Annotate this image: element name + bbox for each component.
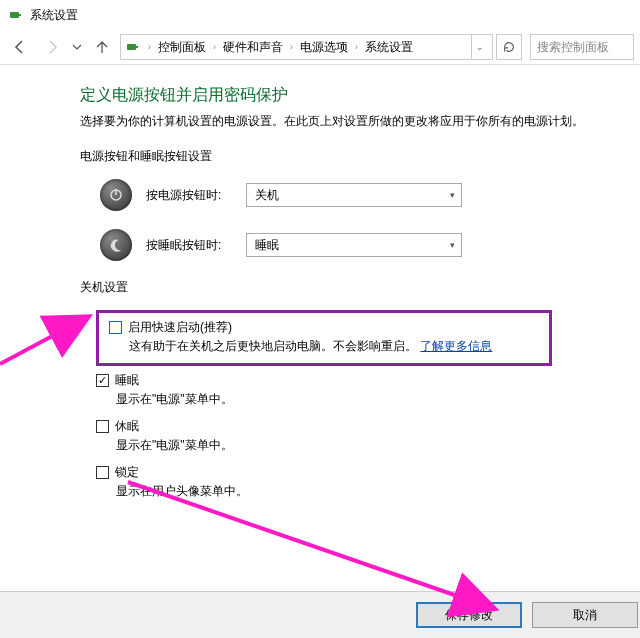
svg-rect-2 <box>127 44 136 50</box>
sleep-icon <box>100 229 132 261</box>
footer-bar: 保存修改 取消 <box>0 591 640 638</box>
cancel-button[interactable]: 取消 <box>532 602 638 628</box>
lock-checkbox[interactable] <box>96 466 109 479</box>
search-input[interactable]: 搜索控制面板 <box>530 34 634 60</box>
title-bar: 系统设置 <box>0 0 640 30</box>
chevron-right-icon: › <box>352 42 361 52</box>
fast-startup-highlight: 启用快速启动(推荐) 这有助于在关机之后更快地启动电脑。不会影响重启。 了解更多… <box>96 310 552 366</box>
battery-icon <box>8 7 24 23</box>
sleep-checkbox[interactable]: ✓ <box>96 374 109 387</box>
back-button[interactable] <box>6 35 34 59</box>
svg-rect-0 <box>10 12 19 18</box>
lock-desc: 显示在用户头像菜单中。 <box>116 483 610 500</box>
sleep-button-label: 按睡眠按钮时: <box>146 237 246 254</box>
breadcrumb-item[interactable]: 硬件和声音 <box>221 39 285 56</box>
breadcrumb-dropdown[interactable]: ⌄ <box>471 35 488 59</box>
window-title: 系统设置 <box>30 7 78 24</box>
svg-rect-3 <box>136 46 138 48</box>
sleep-button-row: 按睡眠按钮时: 睡眠 ▾ <box>100 229 610 261</box>
learn-more-link[interactable]: 了解更多信息 <box>420 339 492 353</box>
sleep-desc: 显示在"电源"菜单中。 <box>116 391 610 408</box>
breadcrumb-item[interactable]: 控制面板 <box>156 39 208 56</box>
chevron-down-icon: ▾ <box>450 240 455 250</box>
power-button-select[interactable]: 关机 ▾ <box>246 183 462 207</box>
sleep-button-select[interactable]: 睡眠 ▾ <box>246 233 462 257</box>
recent-dropdown[interactable] <box>70 35 84 59</box>
hibernate-option: 休眠 显示在"电源"菜单中。 <box>96 418 610 454</box>
svg-rect-1 <box>19 14 21 16</box>
shutdown-section-label: 关机设置 <box>80 279 610 296</box>
select-value: 睡眠 <box>255 237 279 254</box>
forward-button[interactable] <box>38 35 66 59</box>
fast-startup-desc: 这有助于在关机之后更快地启动电脑。不会影响重启。 <box>129 339 417 353</box>
lock-label: 锁定 <box>115 464 139 481</box>
up-button[interactable] <box>88 35 116 59</box>
chevron-right-icon: › <box>210 42 219 52</box>
power-button-label: 按电源按钮时: <box>146 187 246 204</box>
hibernate-checkbox[interactable] <box>96 420 109 433</box>
nav-toolbar: › 控制面板 › 硬件和声音 › 电源选项 › 系统设置 ⌄ 搜索控制面板 <box>0 30 640 65</box>
breadcrumb[interactable]: › 控制面板 › 硬件和声音 › 电源选项 › 系统设置 ⌄ <box>120 34 493 60</box>
hibernate-desc: 显示在"电源"菜单中。 <box>116 437 610 454</box>
fast-startup-checkbox[interactable] <box>109 321 122 334</box>
save-button[interactable]: 保存修改 <box>416 602 522 628</box>
search-placeholder: 搜索控制面板 <box>537 39 609 56</box>
sleep-label: 睡眠 <box>115 372 139 389</box>
hibernate-label: 休眠 <box>115 418 139 435</box>
refresh-button[interactable] <box>496 34 522 60</box>
power-buttons-section-label: 电源按钮和睡眠按钮设置 <box>80 148 610 165</box>
chevron-down-icon: ▾ <box>450 190 455 200</box>
page-description: 选择要为你的计算机设置的电源设置。在此页上对设置所做的更改将应用于你所有的电源计… <box>80 112 610 130</box>
power-button-row: 按电源按钮时: 关机 ▾ <box>100 179 610 211</box>
lock-option: 锁定 显示在用户头像菜单中。 <box>96 464 610 500</box>
power-icon <box>100 179 132 211</box>
svg-line-7 <box>128 482 492 608</box>
select-value: 关机 <box>255 187 279 204</box>
sleep-option: ✓ 睡眠 显示在"电源"菜单中。 <box>96 372 610 408</box>
page-heading: 定义电源按钮并启用密码保护 <box>80 85 610 106</box>
battery-icon <box>125 39 141 55</box>
content-area: 定义电源按钮并启用密码保护 选择要为你的计算机设置的电源设置。在此页上对设置所做… <box>0 65 640 500</box>
chevron-right-icon: › <box>287 42 296 52</box>
fast-startup-label: 启用快速启动(推荐) <box>128 319 232 336</box>
breadcrumb-item[interactable]: 系统设置 <box>363 39 415 56</box>
breadcrumb-item[interactable]: 电源选项 <box>298 39 350 56</box>
chevron-right-icon: › <box>145 42 154 52</box>
